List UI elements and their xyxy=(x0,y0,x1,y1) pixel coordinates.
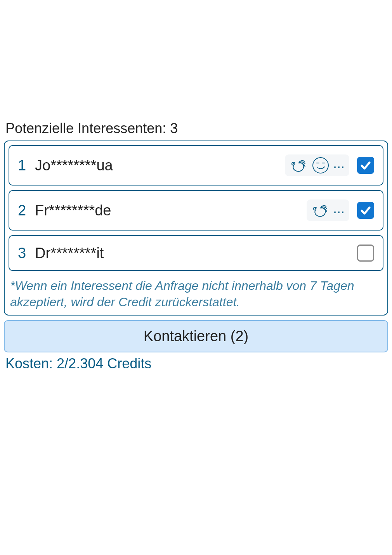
interest-badges: ... xyxy=(307,199,349,221)
prospect-name: Dr********it xyxy=(35,245,357,262)
smirk-icon xyxy=(311,156,330,175)
more-badge-icon: ... xyxy=(333,201,345,219)
turkey-icon xyxy=(290,156,308,175)
row-number: 2 xyxy=(18,202,35,219)
cost-label: Kosten: 2/2.304 Credits xyxy=(4,356,388,372)
interest-badges: ... xyxy=(285,154,349,176)
heading-prefix: Potenzielle Interessenten: xyxy=(5,120,166,136)
svg-point-2 xyxy=(315,208,316,209)
select-checkbox[interactable] xyxy=(357,245,374,262)
prospects-heading: Potenzielle Interessenten: 3 xyxy=(4,120,388,137)
svg-point-1 xyxy=(313,158,328,173)
contact-button[interactable]: Kontaktieren (2) xyxy=(4,320,388,352)
heading-count: 3 xyxy=(170,120,178,136)
refund-disclaimer: *Wenn ein Interessent die Anfrage nicht … xyxy=(9,276,383,312)
row-number: 1 xyxy=(18,157,35,174)
prospects-panel: 1 Jo********ua xyxy=(4,140,388,316)
more-badge-icon: ... xyxy=(333,156,345,174)
prospect-row[interactable]: 2 Fr********de ... xyxy=(9,190,383,231)
prospect-row[interactable]: 3 Dr********it xyxy=(9,235,383,271)
svg-point-0 xyxy=(293,163,294,164)
turkey-icon xyxy=(311,201,330,220)
prospect-row[interactable]: 1 Jo********ua xyxy=(9,145,383,186)
select-checkbox[interactable] xyxy=(357,157,374,174)
row-number: 3 xyxy=(18,245,35,262)
select-checkbox[interactable] xyxy=(357,202,374,219)
prospect-name: Jo********ua xyxy=(35,157,285,174)
prospect-name: Fr********de xyxy=(35,202,307,219)
